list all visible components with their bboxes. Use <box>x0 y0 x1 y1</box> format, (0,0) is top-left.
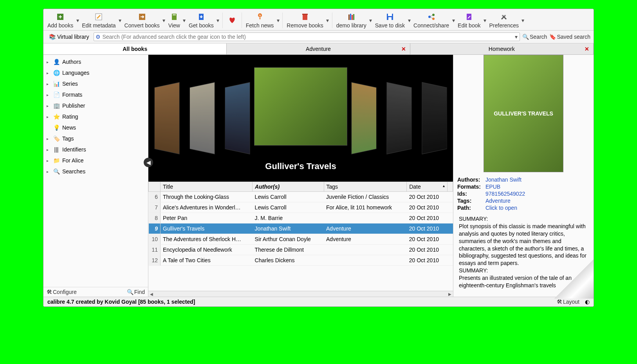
dropdown-arrow[interactable]: ▾ <box>521 17 525 23</box>
column-header-title[interactable]: Title <box>161 182 253 192</box>
toolbar-label: Edit metadata <box>82 22 115 29</box>
row-number: 9 <box>149 223 161 234</box>
dropdown-arrow[interactable]: ▾ <box>407 17 411 23</box>
close-icon[interactable]: ✕ <box>585 46 589 52</box>
svg-rect-18 <box>388 17 392 20</box>
search-dropdown[interactable]: ▾ <box>514 34 518 40</box>
sidebar-item-rating[interactable]: ▸⭐Rating <box>43 111 148 122</box>
tab-all-books[interactable]: All books <box>43 43 227 54</box>
sidebar-item-series[interactable]: ▸📊Series <box>43 78 148 89</box>
search-button[interactable]: 🔍 Search <box>522 34 547 40</box>
category-icon: 📄 <box>53 92 60 98</box>
summary-heading: SUMMARY: <box>459 215 588 223</box>
demo-library-button[interactable]: demo library <box>335 11 368 29</box>
dropdown-arrow[interactable]: ▾ <box>326 17 330 23</box>
table-row[interactable]: 6 Through the Looking-Glass Lewis Carrol… <box>149 192 453 202</box>
convert-books-button[interactable]: Convert books <box>123 11 161 29</box>
dropdown-arrow[interactable]: ▾ <box>216 17 220 23</box>
svg-rect-15 <box>353 14 354 20</box>
tab-homework[interactable]: Homework✕ <box>410 43 594 54</box>
cell-title: The Adventures of Sherlock H… <box>161 234 253 245</box>
path-link[interactable]: Click to open <box>485 205 517 211</box>
tab-adventure[interactable]: Adventure✕ <box>227 43 410 54</box>
cell-author: Lewis Carroll <box>253 192 324 202</box>
add-books-button[interactable]: Add books <box>46 11 75 29</box>
category-icon: 📁 <box>53 157 60 164</box>
view-button[interactable]: View <box>167 11 182 29</box>
dropdown-arrow[interactable]: ▾ <box>483 17 487 23</box>
saved-search-button[interactable]: 🔖 Saved search <box>549 34 590 40</box>
sidebar-item-identifiers[interactable]: ▸|||Identifiers <box>43 144 148 155</box>
sidebar-item-label: Identifiers <box>62 146 86 153</box>
convert-icon <box>137 12 148 22</box>
table-row[interactable]: 10 The Adventures of Sherlock H… Sir Art… <box>149 234 453 245</box>
row-number: 6 <box>149 192 161 202</box>
toolbar-label: demo library <box>336 22 366 29</box>
cell-date: 20 Oct 2010 <box>407 213 448 223</box>
heart-button[interactable] <box>225 14 239 26</box>
connect/share-button[interactable]: Connect/share <box>412 11 451 29</box>
cover-flow[interactable]: Gulliver's Travels <box>148 55 453 182</box>
find-button[interactable]: 🔍 Find <box>127 289 145 295</box>
toolbar-label: Connect/share <box>413 22 449 29</box>
column-header-tags[interactable]: Tags <box>324 182 407 192</box>
cell-tags <box>324 245 407 255</box>
dropdown-arrow[interactable]: ▾ <box>118 17 122 23</box>
dropdown-arrow[interactable]: ▾ <box>182 17 186 23</box>
fetch-news-button[interactable]: NFetch news <box>244 11 276 29</box>
tags-link[interactable]: Adventure <box>485 198 511 204</box>
library-icon <box>346 12 357 22</box>
dropdown-arrow[interactable]: ▾ <box>76 17 79 23</box>
dropdown-arrow[interactable]: ▾ <box>369 17 373 23</box>
close-icon[interactable]: ✕ <box>401 46 406 52</box>
sidebar-item-publisher[interactable]: ▸🏢Publisher <box>43 100 148 111</box>
save-to-disk-button[interactable]: Save to disk <box>374 11 406 29</box>
column-header-date[interactable]: Date▴ <box>407 182 448 192</box>
dropdown-arrow[interactable]: ▾ <box>451 17 455 23</box>
selected-cover[interactable] <box>254 67 347 146</box>
search-icon: 🔍 <box>522 34 529 40</box>
sidebar-item-authors[interactable]: ▸👤Authors <box>43 56 148 67</box>
dropdown-arrow[interactable]: ▾ <box>276 17 280 23</box>
remove-books-button[interactable]: Remove books <box>285 11 325 29</box>
jobs-spinner-icon[interactable]: ◐ <box>585 299 590 305</box>
configure-button[interactable]: 🛠 Configure <box>47 289 77 295</box>
formats-link[interactable]: EPUB <box>485 184 500 190</box>
gear-icon[interactable]: ⚙ <box>96 34 101 40</box>
sidebar-item-for-alice[interactable]: ▸📁For Alice <box>43 155 148 166</box>
sidebar-item-languages[interactable]: ▸🌐Languages <box>43 67 148 78</box>
dropdown-arrow[interactable]: ▾ <box>162 17 166 23</box>
status-text: calibre 4.7 created by Kovid Goyal [85 b… <box>47 299 195 305</box>
formats-label: Formats: <box>457 184 484 190</box>
authors-link[interactable]: Jonathan Swift <box>485 177 522 183</box>
sidebar-item-label: News <box>62 124 76 131</box>
table-row[interactable]: 11 Encyclopedia of Needlework Therese de… <box>149 245 453 255</box>
layout-button[interactable]: 🛠 Layout <box>557 299 579 305</box>
table-row[interactable]: 7 Alice's Adventures in Wonderl… Lewis C… <box>149 202 453 213</box>
column-header-authors[interactable]: Author(s) <box>253 182 324 192</box>
table-row[interactable]: 9 Gulliver's Travels Jonathan Swift Adve… <box>149 223 453 234</box>
toolbar-label: Save to disk <box>375 22 405 29</box>
sidebar-item-tags[interactable]: ▸🏷️Tags <box>43 133 148 144</box>
sidebar-item-searches[interactable]: ▸🔍Searches <box>43 166 148 177</box>
tab-label: All books <box>123 46 147 52</box>
sidebar-item-formats[interactable]: ▸📄Formats <box>43 89 148 100</box>
sidebar-item-news[interactable]: 💡News <box>43 122 148 133</box>
details-cover[interactable]: GULLIVER'S TRAVELS <box>484 55 563 172</box>
horizontal-scrollbar[interactable]: ◀▶ <box>148 291 453 297</box>
get-books-button[interactable]: Get books <box>187 11 215 29</box>
virtual-library-button[interactable]: 📚 Virtual library <box>47 32 91 41</box>
collapse-sidebar-button[interactable]: ◀ <box>144 158 153 167</box>
toolbar-label: Get books <box>189 22 214 29</box>
table-row[interactable]: 12 A Tale of Two Cities Charles Dickens … <box>149 255 453 266</box>
svg-point-26 <box>502 15 503 16</box>
edit-book-button[interactable]: Edit book <box>456 11 482 29</box>
cell-date: 20 Oct 2010 <box>407 245 448 255</box>
edit-metadata-button[interactable]: Edit metadata <box>80 11 117 29</box>
ids-link[interactable]: 9781562549022 <box>485 191 525 197</box>
cell-title: Alice's Adventures in Wonderl… <box>161 202 253 213</box>
preferences-button[interactable]: Preferences <box>487 11 520 29</box>
table-row[interactable]: 8 Peter Pan J. M. Barrie 20 Oct 2010 <box>149 213 453 223</box>
search-input[interactable] <box>102 34 512 40</box>
editbook-icon <box>464 12 475 22</box>
